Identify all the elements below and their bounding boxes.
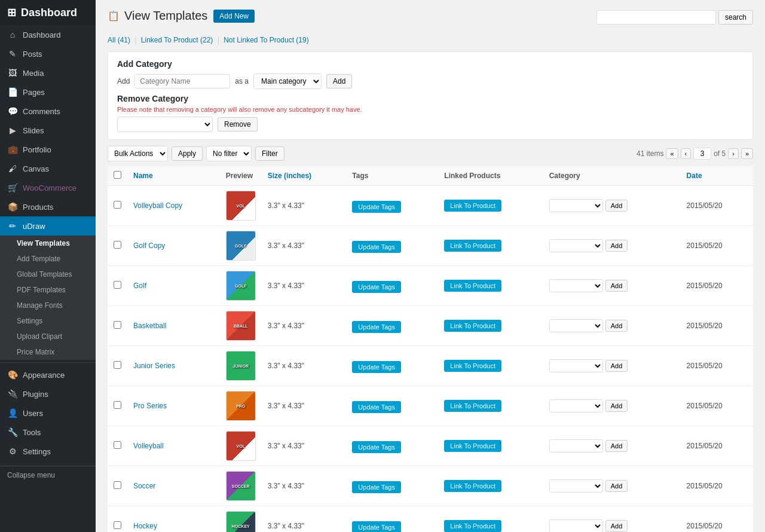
row-cat-select-8[interactable] (549, 519, 603, 532)
sidebar-item-portfolio[interactable]: 💼 Portfolio (0, 140, 96, 159)
sidebar-sub-settings[interactable]: Settings (0, 313, 96, 329)
row-cat-add-btn-7[interactable]: Add (605, 480, 628, 492)
row-check-7[interactable] (114, 481, 121, 489)
sidebar-sub-view-templates[interactable]: View Templates (0, 236, 96, 251)
link-product-btn-8[interactable]: Link To Product (444, 520, 501, 532)
sidebar-item-plugins[interactable]: 🔌 Plugins (0, 384, 96, 403)
update-tags-btn-3[interactable]: Update Tags (352, 321, 401, 333)
update-tags-btn-2[interactable]: Update Tags (352, 281, 401, 293)
filter-linked[interactable]: Linked To Product (22) (141, 36, 213, 44)
link-product-btn-1[interactable]: Link To Product (444, 240, 501, 252)
row-cat-select-5[interactable] (549, 399, 603, 412)
sidebar-item-comments[interactable]: 💬 Comments (0, 102, 96, 121)
first-page-btn[interactable]: « (666, 148, 678, 159)
name-link-0[interactable]: Volleyball Copy (133, 201, 182, 210)
search-input[interactable] (596, 10, 716, 25)
row-check-0[interactable] (114, 201, 121, 209)
row-check-6[interactable] (114, 441, 121, 449)
link-product-btn-5[interactable]: Link To Product (444, 400, 501, 412)
link-product-btn-7[interactable]: Link To Product (444, 480, 501, 492)
last-page-btn[interactable]: » (741, 148, 753, 159)
row-cat-add-btn-0[interactable]: Add (605, 200, 628, 212)
row-cat-select-1[interactable] (549, 239, 603, 252)
sidebar-item-tools[interactable]: 🔧 Tools (0, 423, 96, 442)
name-link-7[interactable]: Soccer (133, 482, 155, 490)
header-date[interactable]: Date (681, 166, 753, 186)
update-tags-btn-8[interactable]: Update Tags (352, 521, 401, 532)
sidebar-item-pages[interactable]: 📄 Pages (0, 82, 96, 102)
sidebar-item-udraw[interactable]: ✏ uDraw (0, 216, 96, 236)
update-tags-btn-7[interactable]: Update Tags (352, 481, 401, 493)
sidebar-sub-add-template[interactable]: Add Template (0, 251, 96, 267)
header-name[interactable]: Name (127, 166, 220, 186)
sidebar-item-settings[interactable]: ⚙ Settings (0, 442, 96, 461)
row-check-4[interactable] (114, 361, 121, 369)
filter-all[interactable]: All (41) (108, 36, 130, 44)
update-tags-btn-0[interactable]: Update Tags (352, 201, 401, 213)
header-size[interactable]: Size (inches) (262, 166, 347, 186)
search-button[interactable]: search (718, 10, 753, 25)
row-cat-select-4[interactable] (549, 359, 603, 372)
row-cat-add-btn-4[interactable]: Add (605, 360, 628, 372)
name-link-8[interactable]: Hockey (133, 522, 157, 530)
update-tags-btn-1[interactable]: Update Tags (352, 241, 401, 253)
update-tags-btn-6[interactable]: Update Tags (352, 441, 401, 453)
sidebar-item-canvas[interactable]: 🖌 Canvas (0, 159, 96, 178)
category-name-input[interactable] (134, 74, 230, 88)
prev-page-btn[interactable]: ‹ (681, 148, 691, 159)
sidebar-logo[interactable]: ⊞ Dashboard (0, 0, 96, 25)
add-new-button[interactable]: Add New (213, 10, 255, 23)
remove-category-select[interactable] (117, 117, 213, 132)
link-product-btn-3[interactable]: Link To Product (444, 320, 501, 332)
row-check-1[interactable] (114, 241, 121, 249)
link-product-btn-2[interactable]: Link To Product (444, 280, 501, 292)
name-link-4[interactable]: Junior Series (133, 362, 175, 370)
row-check-3[interactable] (114, 321, 121, 329)
sidebar-item-woocommerce[interactable]: 🛒 WooCommerce (0, 178, 96, 197)
sidebar-item-products[interactable]: 📦 Products (0, 197, 96, 216)
row-cat-select-7[interactable] (549, 479, 603, 493)
page-number-input[interactable] (693, 148, 711, 160)
name-link-3[interactable]: Basketball (133, 322, 166, 330)
link-product-btn-6[interactable]: Link To Product (444, 440, 501, 452)
row-cat-add-btn-3[interactable]: Add (605, 320, 628, 332)
sidebar-sub-manage-fonts[interactable]: Manage Fonts (0, 298, 96, 313)
sidebar-sub-pdf-templates[interactable]: PDF Templates (0, 282, 96, 298)
add-category-button[interactable]: Add (326, 74, 352, 88)
link-product-btn-0[interactable]: Link To Product (444, 200, 501, 212)
row-cat-add-btn-6[interactable]: Add (605, 440, 628, 452)
remove-category-button[interactable]: Remove (218, 117, 258, 132)
collapse-menu[interactable]: Collapse menu (0, 466, 96, 484)
sidebar-item-posts[interactable]: ✎ Posts (0, 44, 96, 63)
filter-not-linked[interactable]: Not Linked To Product (19) (224, 36, 309, 44)
no-filter-select-top[interactable]: No filter (206, 146, 252, 161)
link-product-btn-4[interactable]: Link To Product (444, 360, 501, 372)
bulk-actions-select-top[interactable]: Bulk Actions (108, 146, 168, 161)
sidebar-sub-upload-clipart[interactable]: Upload Clipart (0, 329, 96, 344)
sidebar-item-media[interactable]: 🖼 Media (0, 63, 96, 82)
row-cat-select-2[interactable] (549, 279, 603, 292)
name-link-1[interactable]: Golf Copy (133, 241, 165, 250)
row-cat-select-6[interactable] (549, 439, 603, 452)
row-cat-add-btn-8[interactable]: Add (605, 520, 628, 532)
row-cat-select-0[interactable] (549, 199, 603, 212)
row-cat-add-btn-2[interactable]: Add (605, 280, 628, 292)
category-type-select[interactable]: Main category Sub category (253, 74, 322, 89)
sidebar-item-dashboard[interactable]: ⌂ Dashboard (0, 25, 96, 44)
filter-button-top[interactable]: Filter (255, 146, 284, 161)
name-link-5[interactable]: Pro Series (133, 402, 167, 410)
apply-button-top[interactable]: Apply (172, 146, 203, 161)
name-link-2[interactable]: Golf (133, 282, 146, 290)
row-cat-add-btn-5[interactable]: Add (605, 400, 628, 412)
row-check-8[interactable] (114, 521, 121, 529)
row-check-5[interactable] (114, 401, 121, 409)
sidebar-sub-price-matrix[interactable]: Price Matrix (0, 344, 96, 360)
row-cat-select-3[interactable] (549, 319, 603, 332)
update-tags-btn-5[interactable]: Update Tags (352, 401, 401, 413)
select-all-checkbox[interactable] (114, 171, 121, 179)
update-tags-btn-4[interactable]: Update Tags (352, 361, 401, 373)
name-link-6[interactable]: Volleyball (133, 442, 164, 450)
row-check-2[interactable] (114, 281, 121, 289)
sidebar-item-appearance[interactable]: 🎨 Appearance (0, 365, 96, 384)
sidebar-sub-global-templates[interactable]: Global Templates (0, 267, 96, 282)
